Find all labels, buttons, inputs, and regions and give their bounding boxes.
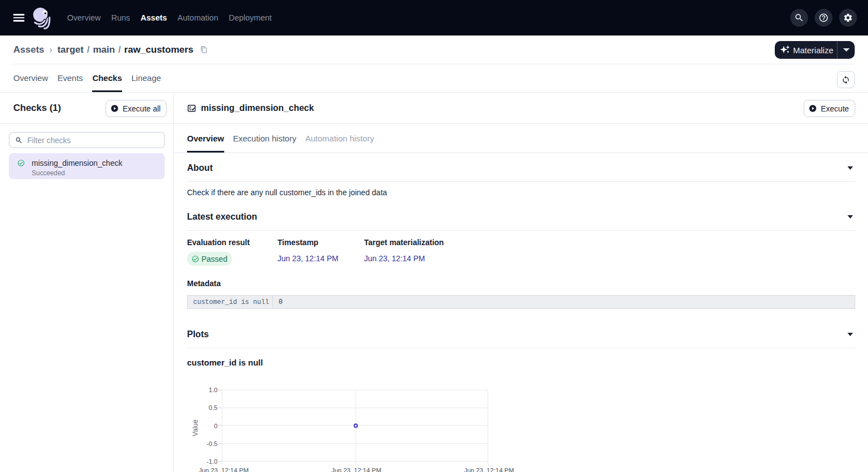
- svg-text:Value: Value: [191, 419, 199, 436]
- svg-text:0.5: 0.5: [209, 404, 218, 411]
- svg-text:Jun 23, 12:14 PM: Jun 23, 12:14 PM: [199, 467, 249, 472]
- svg-text:1.0: 1.0: [209, 387, 218, 393]
- svg-text:0: 0: [214, 423, 218, 429]
- svg-text:-1.0: -1.0: [206, 458, 218, 465]
- svg-text:Jun 23, 12:14 PM: Jun 23, 12:14 PM: [464, 467, 514, 472]
- svg-text:-0.5: -0.5: [206, 440, 218, 447]
- svg-text:Jun 23, 12:14 PM: Jun 23, 12:14 PM: [331, 467, 381, 472]
